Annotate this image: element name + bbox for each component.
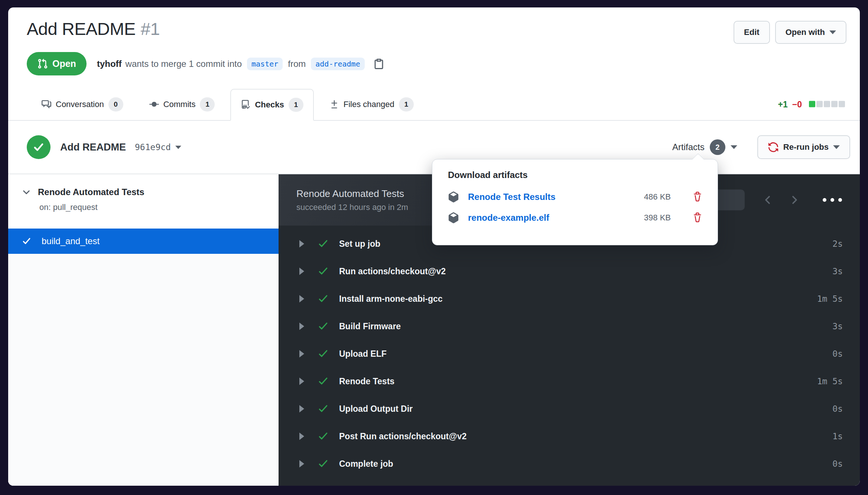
step-row: Renode Tests 1m 5s [299,368,843,395]
expand-step-icon[interactable] [299,378,304,385]
expand-step-icon[interactable] [299,460,304,468]
artifact-size: 486 KB [644,192,671,202]
step-success-icon [318,458,329,469]
jobs-sidebar: Renode Automated Tests on: pull_request … [8,174,279,486]
tab-conversation[interactable]: Conversation 0 [31,89,134,120]
step-duration: 3s [832,321,843,331]
head-branch-label[interactable]: add-readme [311,58,364,70]
step-row: Post Run actions/checkout@v2 1s [299,423,843,450]
chevron-down-icon [829,30,836,34]
trash-icon [692,192,703,202]
tab-count: 0 [108,97,123,111]
step-name[interactable]: Upload ELF [339,349,832,359]
step-row: Install arm-none-eabi-gcc 1m 5s [299,285,843,313]
tab-count: 1 [289,98,303,112]
workflow-group-title: Renode Automated Tests [38,187,144,197]
artifacts-dropdown-toggle[interactable]: Artifacts 2 [672,139,737,155]
checklist-icon [241,100,250,110]
check-icon [22,236,32,246]
artifacts-popover: Download artifacts Renode Test Results 4… [432,159,718,245]
tab-count: 1 [200,97,215,111]
tab-count: 1 [399,97,414,111]
artifact-list: Renode Test Results 486 KB renode-exampl… [448,191,703,223]
tab-files-changed[interactable]: Files changed 1 [319,89,424,120]
step-duration: 2s [832,239,843,249]
step-name[interactable]: Build Firmware [339,321,832,331]
step-name[interactable]: Upload Output Dir [339,404,832,414]
tab-checks[interactable]: Checks 1 [230,89,313,121]
rerun-jobs-button[interactable]: Re-run jobs [757,135,850,159]
sidebar-job-item[interactable]: build_and_test [8,229,279,254]
diff-additions: +1 [778,100,788,110]
expand-step-icon[interactable] [299,323,304,330]
artifact-row: Renode Test Results 486 KB [448,191,703,203]
expand-step-icon[interactable] [299,405,304,412]
step-name[interactable]: Complete job [339,459,832,469]
diff-block [831,101,838,107]
tab-commits[interactable]: Commits 1 [139,89,225,120]
open-with-button[interactable]: Open with [775,21,846,44]
step-row: Run actions/checkout@v2 3s [299,258,843,285]
step-success-icon [318,293,329,304]
expand-step-icon[interactable] [299,240,304,248]
step-name[interactable]: Install arm-none-eabi-gcc [339,294,817,304]
delete-artifact-button[interactable] [692,192,703,202]
package-icon [448,191,459,203]
artifact-download-link[interactable]: renode-example.elf [468,213,549,223]
step-name[interactable]: Post Run actions/checkout@v2 [339,431,832,441]
diff-block [839,101,845,107]
step-name[interactable]: Renode Tests [339,376,817,386]
workflow-group-toggle[interactable]: Renode Automated Tests [22,187,279,197]
pr-meta-text: tyhoff wants to merge 1 commit into mast… [97,58,385,70]
workflow-success-icon [27,135,51,159]
expand-step-icon[interactable] [299,350,304,358]
step-success-icon [318,376,329,387]
diff-block [816,101,823,107]
step-duration: 3s [832,266,843,276]
git-pull-request-icon [37,58,48,69]
pr-author[interactable]: tyhoff [97,59,122,69]
diff-block [809,101,815,107]
job-name: build_and_test [42,236,100,246]
chevron-down-icon [833,145,840,149]
step-row: Complete job 0s [299,450,843,478]
page-title: Add README#1 [27,19,160,39]
sync-icon [768,142,779,153]
step-row: Build Firmware 3s [299,313,843,340]
chevron-down-icon [175,146,181,149]
step-success-icon [318,403,329,414]
workflow-group: Renode Automated Tests on: pull_request [8,174,279,212]
log-settings-kebab-icon[interactable] [822,196,843,204]
sidebar-filler [8,254,279,486]
step-duration: 0s [832,349,843,359]
expand-step-icon[interactable] [299,433,304,440]
expand-step-icon[interactable] [299,268,304,275]
search-prev-button[interactable] [762,194,774,206]
artifact-download-link[interactable]: Renode Test Results [468,192,556,202]
diff-blocks [808,100,845,110]
pr-header: Add README#1 Edit Open with Open tyhoff … [8,7,860,75]
commit-selector[interactable]: 961e9cd [135,142,181,152]
github-pr-checks-page: { "colors": { "page_background": "#15112… [0,0,868,495]
workflow-title: Add README [60,142,126,153]
step-name[interactable]: Run actions/checkout@v2 [339,266,832,276]
base-branch-label[interactable]: master [247,58,283,70]
copy-branch-button[interactable] [373,58,385,70]
chevron-down-icon [22,187,31,197]
package-icon [448,212,459,223]
artifact-size: 398 KB [644,213,671,223]
pr-number: #1 [141,19,160,39]
expand-step-icon[interactable] [299,295,304,302]
edit-button[interactable]: Edit [734,21,770,44]
delete-artifact-button[interactable] [692,213,703,223]
workflow-trigger: on: pull_request [39,203,279,212]
artifacts-popover-title: Download artifacts [448,170,703,180]
step-row: Upload ELF 0s [299,340,843,368]
step-success-icon [318,266,329,277]
git-commit-icon [149,100,159,109]
copy-icon [373,58,385,70]
step-duration: 1m 5s [817,294,843,304]
step-duration: 0s [832,459,843,469]
search-next-button[interactable] [789,194,800,206]
job-list: build_and_test [8,212,279,254]
